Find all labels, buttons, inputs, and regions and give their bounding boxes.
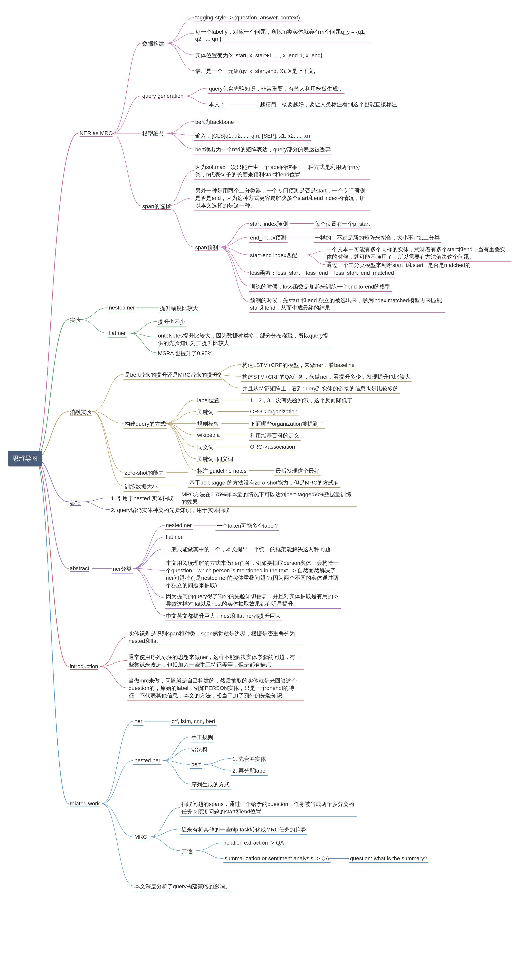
zero[interactable]: zero-shot的能力 [124, 468, 165, 478]
data-build-n1[interactable]: tagging-style -> (question, answer, cont… [194, 14, 301, 22]
match[interactable]: start-end index匹配 [249, 251, 299, 260]
span-pred[interactable]: span预测 [194, 243, 219, 252]
data-size-v[interactable]: MRC方法在6.75%样本量的情况下可以达到bert-tagger50%数据量训… [180, 490, 357, 507]
rw-other[interactable]: 其他 [180, 847, 194, 856]
qb-syn[interactable]: 同义词 [196, 443, 215, 452]
abs-flat[interactable]: flat ner [165, 533, 184, 541]
start-idx-v[interactable]: 每个位置有一个p_start [314, 220, 371, 229]
flat-v2[interactable]: ontoNotes提升比较大，因为数据种类多，部分分布稀疏，所以query提供的… [157, 331, 333, 348]
bom-v3[interactable]: 并且从特征矩阵上，看到query到实体的链接的信息也是比较多的 [241, 384, 400, 394]
rw-ner[interactable]: ner [133, 718, 143, 725]
qb-pos-v[interactable]: 1，2，3，没有先验知识，这个反而降低了 [249, 396, 354, 405]
model-n3[interactable]: bert输出为一个n*d的矩阵表达，query部分的表达被丢弃 [194, 145, 332, 154]
related[interactable]: related work [68, 800, 101, 808]
root-node[interactable]: 思维导图 [8, 451, 42, 466]
rw-n-v1[interactable]: 手工规则 [190, 733, 214, 743]
loss[interactable]: loss函数：loss_start + loss_end + loss_star… [249, 269, 395, 278]
rw-n-v3[interactable]: 序列生成的方式 [190, 780, 231, 789]
ablation[interactable]: 消融实验 [68, 408, 93, 417]
end-idx[interactable]: end_index预测 [249, 233, 287, 243]
qb-kw-v[interactable]: ORG->organization [249, 408, 299, 416]
data-build-n3[interactable]: 实体位置变为{x_start, x_start+1, ..., x_end-1,… [194, 51, 324, 60]
rw-v4[interactable]: 本文深度分析了query构建策略的影响。 [133, 882, 232, 891]
abs-v1[interactable]: 一般只能做其中的一个，本文提出一个统一的框架能解决这两种问题 [165, 545, 332, 554]
rw-mrc[interactable]: MRC [133, 833, 148, 841]
rw-n-bert[interactable]: bert [190, 760, 202, 769]
end-idx-v[interactable]: 一样的，不过是新的矩阵来拟合，大小事n*2,二分类 [314, 233, 441, 243]
span-n2[interactable]: 另外一种是用两个二分类器，一个专门预测是否是start，一个专门预测是否是end… [194, 186, 370, 210]
rw-n-v2[interactable]: 语法树 [190, 745, 209, 754]
data-size[interactable]: 训练数据大小 [124, 482, 159, 492]
qb-guide[interactable]: 标注 guideline notes [196, 466, 248, 476]
label: NER as MRC [79, 130, 113, 137]
summary[interactable]: 总结 [68, 498, 82, 507]
model-detail[interactable]: 模型细节 [141, 129, 165, 138]
qb-guide-v[interactable]: 最后发现这个最好 [274, 466, 321, 476]
exp[interactable]: 实验 [68, 315, 82, 325]
flat-v3[interactable]: MSRA 也提升了0.95% [157, 349, 214, 358]
qb-wiki-v[interactable]: 利用维基百科的定义 [249, 431, 301, 441]
abs-nested-v[interactable]: 一个token可能多个label? [216, 521, 279, 531]
qb-syn-v[interactable]: ORG->association [249, 443, 296, 451]
start-idx[interactable]: start_index预测 [249, 220, 289, 229]
qb-kw[interactable]: 关键词 [196, 408, 215, 417]
ner-cls[interactable]: ner分类 [112, 565, 133, 574]
bert-or-mrc[interactable]: 是bert带来的提升还是MRC带来的提升? [124, 371, 222, 380]
rw-q[interactable]: question: what is the summary? [349, 854, 429, 863]
query-build[interactable]: 构建query的方式 [124, 420, 167, 429]
qb-pos[interactable]: label位置 [196, 396, 221, 405]
sum-v2[interactable]: 2. query编码实体种类的先验知识，用于实体抽取 [110, 506, 231, 515]
pred[interactable]: 预测的时候，先start 和 end 独立的被选出来，然后index match… [249, 296, 445, 313]
rw-sa[interactable]: summarization or sentiment analysis -> Q… [223, 854, 330, 863]
flat-ner[interactable]: flat ner [108, 329, 127, 337]
rw-mrc-v2[interactable]: 近来有将其他的一些nlp task转化成MRC任务的趋势 [180, 825, 307, 835]
qb-wiki[interactable]: wikipedia [196, 431, 221, 439]
query-gen-n1[interactable]: query包含先验知识，非常重要，有些人利用模板生成， [208, 84, 345, 94]
query-gen[interactable]: query generation [141, 92, 184, 100]
span-select[interactable]: span的选择 [141, 202, 172, 211]
flat-v1[interactable]: 提升也不少 [157, 318, 187, 327]
abstract[interactable]: abstract [68, 565, 91, 572]
intro-v3[interactable]: 当做mrc来做，问题就是自己构建的，然后抽取的实体就是来回答这个question… [127, 676, 304, 700]
intro-v2[interactable]: 通常使用序列标注的思想来做ner，这样不能解决实体嵌套的问题，有一些尝试来改进，… [127, 653, 304, 670]
rw-ner-v[interactable]: crf, lstm, cnn, bert [170, 718, 216, 725]
model-n1[interactable]: bert为backbone [194, 118, 235, 127]
zero-v[interactable]: 基于bert-tagger的方法没有zero-shot能力，但是MRC的方式有 [188, 478, 340, 488]
span-n1[interactable]: 因为softmax一次只能产生一个label的结果，一种方式是利用两个n分类，n… [194, 163, 370, 180]
qb-tpl-v[interactable]: 下面哪些organization被提到了 [249, 420, 325, 429]
bom-v2[interactable]: 构建STM+CRF的QA任务，来做ner，看提升多少，发现提升也比较大 [241, 372, 411, 382]
ner-as-mrc[interactable]: NER as MRC [78, 129, 114, 137]
match-v1[interactable]: 一个文本中可能有多个同样的实体，意味着有多个start和end，当有重叠实体的时… [325, 245, 511, 262]
data-build[interactable]: 数据构建 [141, 39, 165, 48]
abs-v3[interactable]: 因为提问的query得了额外的先验知识信息，并且对实体抽取是有用的->导致这样对… [165, 592, 341, 609]
abs-v2[interactable]: 本文用阅读理解的方式来做ner任务，例如要抽取person实体，会构造一个que… [165, 558, 341, 590]
rw-re[interactable]: relation extraction -> QA [223, 839, 285, 847]
rw-nested[interactable]: nested ner [133, 757, 162, 765]
intro[interactable]: introduction [68, 662, 99, 670]
abs-v4[interactable]: 中文英文都提升巨大，nest和flat ner都提升巨大 [165, 611, 282, 621]
rw-n-b2[interactable]: 2. 再分配label [231, 766, 268, 776]
abs-nested[interactable]: nested ner [165, 521, 193, 530]
rw-n-b1[interactable]: 1. 先合并实体 [231, 755, 267, 764]
model-n2[interactable]: 输入：[CLS]q1, q2, ..., qm, [SEP], x1, x2, … [194, 131, 311, 141]
bom-v1[interactable]: 构建LSTM+CRF的模型，来做ner，看baseline [241, 361, 356, 370]
query-gen-n2[interactable]: 本文： [208, 100, 227, 109]
nested-ner[interactable]: nested ner [108, 304, 136, 312]
query-gen-n2b[interactable]: 越精简，概要越好，要让人类标注看到这个也能直接标注 [259, 100, 398, 109]
sum-v1[interactable]: 1. 引用于nested 实体抽取 [110, 494, 175, 503]
qb-kwsyn[interactable]: 关键词+同义词 [196, 455, 234, 464]
data-build-n2[interactable]: 每一个label y，对应一个问题，所以m类实体就会有m个问题q_y = {q1… [194, 27, 370, 43]
rw-mrc-v1[interactable]: 抽取问题的spans，通过一个给予的question，任务被当成两个多分类的任务… [180, 800, 357, 816]
intro-v1[interactable]: 实体识别是识别span和种类，span感觉就是边界，根据是否重叠分为nested… [127, 629, 304, 646]
data-build-n4[interactable]: 最后是一个三元组(qy, x_start,end, X), X是上下文, [194, 67, 316, 76]
nested-v[interactable]: 提升幅度比较大 [159, 304, 200, 313]
qb-tpl[interactable]: 规则模板 [196, 420, 220, 429]
train[interactable]: 训练的时候，loss函数是加起来训练一个end-to-end的模型 [249, 282, 392, 292]
